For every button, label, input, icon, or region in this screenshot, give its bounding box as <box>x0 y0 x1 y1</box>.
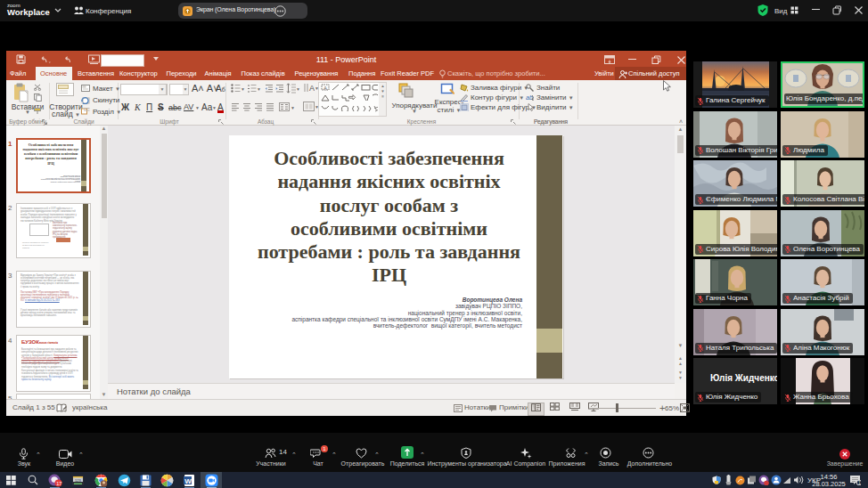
svg-text:123: 123 <box>75 478 81 483</box>
svg-text:1: 1 <box>858 480 861 485</box>
svg-text:W: W <box>184 477 192 485</box>
svg-text:A: A <box>323 85 327 91</box>
svg-text:ab: ab <box>526 94 533 101</box>
svg-text:17: 17 <box>56 481 61 486</box>
